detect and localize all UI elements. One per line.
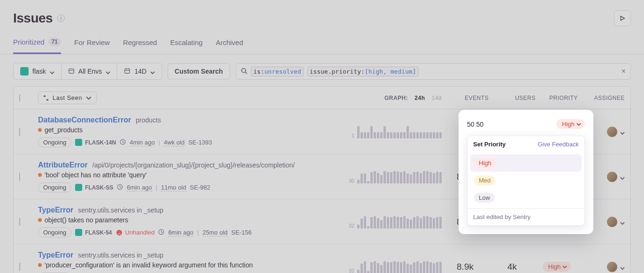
status-badge: Ongoing [38, 137, 71, 147]
chevron-down-icon[interactable] [620, 129, 625, 134]
spark-label: 1 [352, 133, 354, 138]
chevron-down-icon [50, 69, 54, 74]
search-token[interactable]: issue.priority:[high, medium] [307, 67, 419, 76]
graph-header-label: GRAPH: [384, 95, 408, 101]
issue-short-id: SE-982 [190, 184, 210, 191]
chevron-down-icon [106, 69, 110, 74]
priority-menu-footer: Last edited by Sentry [468, 208, 584, 225]
svg-point-11 [116, 229, 122, 235]
tab-archived[interactable]: Archived [216, 34, 243, 54]
row-checkbox[interactable] [19, 173, 20, 181]
project-filter[interactable]: flask [14, 63, 61, 79]
priority-chip: Low [474, 193, 495, 203]
issue-location: /api/0/projects/{organization_slug}/{pro… [92, 161, 295, 169]
tabs: Prioritized71For ReviewRegressedEscalati… [0, 29, 644, 54]
avatar[interactable] [607, 262, 617, 272]
env-filter-label: All Envs [78, 68, 102, 75]
chevron-down-icon[interactable] [620, 220, 625, 224]
issue-location: products [136, 116, 161, 124]
svg-point-13 [120, 231, 121, 232]
issue-title[interactable]: AttributeError [38, 161, 88, 169]
col-priority: PRIORITY [536, 95, 578, 101]
issue-title[interactable]: TypeError [38, 251, 73, 259]
range-filter-label: 14D [134, 68, 146, 75]
issue-title[interactable]: TypeError [38, 206, 73, 214]
project-chip[interactable]: FLASK-SS [75, 184, 113, 191]
issue-short-id: SE-156 [231, 229, 252, 236]
sparkline [357, 260, 442, 273]
priority-option-med[interactable]: Med [470, 172, 582, 189]
popover-events: 50 [467, 121, 475, 128]
project-chip[interactable]: FLASK-54 [75, 229, 112, 236]
issue-time: 6min ago [168, 229, 193, 236]
status-badge: Ongoing [38, 182, 71, 192]
project-chip[interactable]: FLASK-14N [75, 139, 116, 146]
project-filter-label: flask [32, 68, 46, 75]
project-icon [75, 184, 82, 191]
issue-time: 6min ago [127, 184, 152, 191]
range-filter[interactable]: 14D [117, 63, 161, 79]
row-checkbox[interactable] [19, 218, 20, 226]
sparkline [357, 170, 442, 183]
issue-subtitle: 'bool' object has no attribute 'query' [45, 171, 147, 179]
spark-label: 32 [349, 223, 354, 228]
avatar[interactable] [607, 217, 617, 227]
col-events: EVENTS [442, 95, 489, 101]
sort-label: Last Seen [53, 94, 82, 101]
priority-popover: 50 50 High Set Priority Give Feedback Hi… [459, 110, 593, 234]
tab-for-review[interactable]: For Review [74, 34, 110, 54]
spark-label: 30 [349, 178, 354, 183]
clear-search-icon[interactable]: × [621, 67, 626, 76]
popover-users: 50 [476, 121, 483, 128]
play-button[interactable] [614, 10, 631, 26]
avatar[interactable] [607, 127, 617, 137]
status-badge: Ongoing [38, 228, 71, 237]
tab-regressed[interactable]: Regressed [123, 34, 157, 54]
svg-point-12 [117, 231, 118, 232]
search-input[interactable]: is:unresolved issue.priority:[high, medi… [236, 63, 631, 80]
tab-prioritized[interactable]: Prioritized71 [13, 34, 61, 54]
calendar-icon [124, 68, 130, 76]
chevron-down-icon[interactable] [620, 265, 625, 269]
status-dot-icon [38, 128, 42, 132]
tab-badge: 71 [48, 38, 61, 46]
graph-range-24h[interactable]: 24h [414, 95, 425, 101]
status-dot-icon [38, 173, 42, 177]
avatar[interactable] [607, 172, 617, 182]
issue-title[interactable]: DatabaseConnectionError [38, 116, 131, 124]
spark-label: 32 [349, 268, 354, 273]
priority-menu: Set Priority Give Feedback HighMedLow La… [467, 136, 585, 226]
issue-subtitle: get_products [45, 126, 83, 134]
priority-badge[interactable]: High [556, 119, 585, 129]
status-dot-icon [38, 263, 42, 267]
issue-location: sentry.utils.services in _setup [78, 206, 163, 214]
priority-option-low[interactable]: Low [470, 189, 582, 206]
svg-rect-3 [125, 68, 130, 73]
sort-button[interactable]: Last Seen [38, 91, 97, 104]
chevron-down-icon [150, 69, 155, 74]
row-checkbox[interactable] [19, 128, 20, 136]
row-checkbox[interactable] [19, 263, 20, 271]
col-users: USERS [489, 95, 536, 101]
priority-badge[interactable]: High [543, 262, 571, 272]
clock-icon [158, 229, 164, 236]
project-icon [75, 139, 82, 146]
col-assignee: ASSIGNEE [578, 95, 625, 101]
search-token[interactable]: is:unresolved [251, 67, 304, 76]
info-icon[interactable]: i [57, 15, 65, 22]
env-icon [68, 68, 75, 76]
sparkline [357, 215, 442, 228]
svg-rect-1 [69, 68, 74, 73]
project-icon [75, 229, 82, 236]
issue-age: 4wk old [164, 139, 184, 146]
svg-line-8 [245, 72, 247, 74]
chevron-down-icon[interactable] [620, 174, 625, 179]
custom-search-button[interactable]: Custom Search [168, 63, 230, 79]
tab-escalating[interactable]: Escalating [170, 34, 202, 54]
graph-range-14d[interactable]: 14d [431, 95, 442, 101]
env-filter[interactable]: All Envs [61, 63, 118, 79]
priority-option-high[interactable]: High [470, 154, 582, 172]
give-feedback-link[interactable]: Give Feedback [538, 141, 579, 148]
select-all-checkbox[interactable] [19, 94, 20, 102]
filter-group: flask All Envs 14D [13, 63, 162, 80]
